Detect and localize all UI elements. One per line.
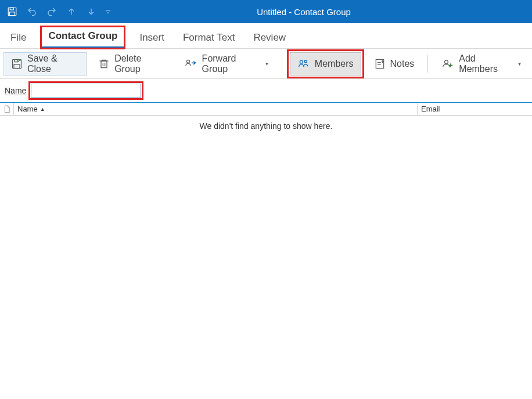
delete-group-button[interactable]: Delete Group (91, 52, 173, 76)
svg-point-16 (445, 60, 448, 63)
notes-label: Notes (390, 59, 415, 69)
ribbon-toolbar: Save & Close Delete Group Forward Group … (0, 49, 532, 79)
save-close-icon (11, 58, 23, 70)
column-header-name[interactable]: Name ▲ (14, 103, 418, 115)
add-members-label: Add Members (459, 53, 512, 74)
name-field-label: Name (5, 86, 26, 95)
ribbon-tabs: File Contact Group Insert Format Text Re… (0, 23, 532, 49)
customize-qat-icon[interactable] (102, 3, 114, 20)
quick-access-toolbar (3, 3, 114, 20)
notes-icon (374, 58, 386, 70)
redo-icon[interactable] (43, 3, 60, 20)
tab-file[interactable]: File (7, 28, 30, 48)
members-list-header: Name ▲ Email (0, 103, 532, 116)
chevron-down-icon: ▾ (265, 60, 268, 67)
name-row: Name (0, 79, 532, 103)
save-and-close-button[interactable]: Save & Close (3, 52, 87, 76)
forward-group-label: Forward Group (202, 53, 260, 74)
svg-rect-2 (10, 12, 15, 16)
svg-point-12 (304, 60, 307, 62)
forward-icon (185, 58, 197, 70)
save-icon[interactable] (3, 3, 21, 20)
group-name-input[interactable] (31, 84, 141, 98)
forward-group-button[interactable]: Forward Group ▾ (177, 52, 276, 76)
delete-group-label: Delete Group (114, 53, 166, 74)
members-icon (297, 58, 310, 70)
column-header-email[interactable]: Email (418, 103, 532, 115)
tab-format-text[interactable]: Format Text (179, 28, 238, 48)
svg-rect-6 (14, 64, 20, 68)
undo-icon[interactable] (23, 3, 41, 20)
separator (427, 55, 428, 73)
empty-list-message: We didn't find anything to show here. (0, 116, 532, 136)
svg-rect-5 (15, 59, 18, 62)
row-icon-column[interactable] (0, 103, 14, 115)
svg-rect-7 (101, 61, 107, 68)
down-arrow-icon[interactable] (82, 3, 100, 20)
save-and-close-label: Save & Close (27, 53, 80, 74)
window-title: Untitled - Contact Group (114, 7, 529, 17)
column-header-email-label: Email (421, 105, 440, 113)
add-members-button[interactable]: Add Members ▾ (434, 52, 529, 76)
tab-review[interactable]: Review (250, 28, 289, 48)
trash-icon (98, 58, 110, 70)
tab-contact-group[interactable]: Contact Group (41, 27, 124, 48)
separator (282, 55, 282, 73)
chevron-down-icon: ▾ (518, 60, 521, 67)
tab-insert[interactable]: Insert (136, 28, 168, 48)
sort-asc-icon: ▲ (40, 106, 45, 112)
name-input-highlight (30, 82, 142, 99)
svg-rect-1 (10, 8, 13, 10)
notes-button[interactable]: Notes (366, 52, 422, 76)
svg-point-11 (300, 60, 303, 63)
up-arrow-icon[interactable] (63, 3, 80, 20)
column-header-name-label: Name (17, 105, 38, 113)
add-members-icon (441, 58, 454, 70)
title-bar: Untitled - Contact Group (0, 0, 532, 23)
svg-point-10 (186, 60, 189, 63)
members-highlight: Members (288, 51, 363, 77)
members-label: Members (315, 59, 354, 69)
members-button[interactable]: Members (290, 52, 361, 76)
